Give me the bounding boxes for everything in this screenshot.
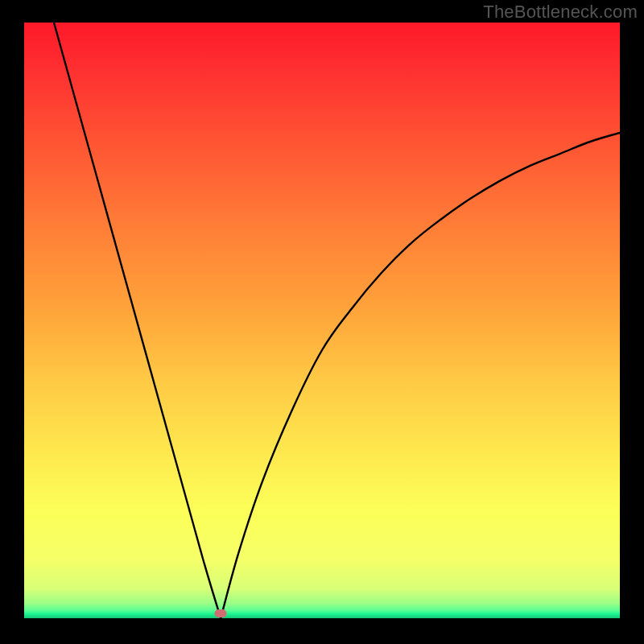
plot-area [24,23,620,618]
optimal-point-marker [215,609,227,617]
curve-right-branch [221,133,620,618]
watermark-text: TheBottleneck.com [483,2,638,23]
curve-left-branch [54,23,221,618]
bottleneck-curve [24,23,620,618]
chart-frame: TheBottleneck.com [0,0,644,644]
